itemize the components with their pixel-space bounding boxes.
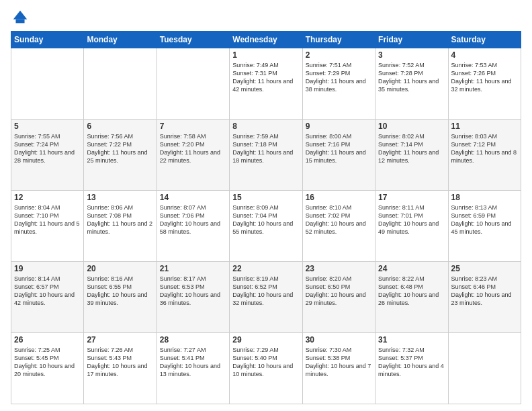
day-info: Sunrise: 7:32 AM Sunset: 5:37 PM Dayligh… bbox=[378, 346, 445, 379]
day-info: Sunrise: 8:00 AM Sunset: 7:16 PM Dayligh… bbox=[306, 132, 372, 165]
calendar-cell: 17Sunrise: 8:11 AM Sunset: 7:01 PM Dayli… bbox=[375, 191, 448, 262]
day-info: Sunrise: 8:23 AM Sunset: 6:46 PM Dayligh… bbox=[451, 275, 518, 308]
day-number: 1 bbox=[232, 50, 299, 60]
day-number: 23 bbox=[306, 264, 372, 273]
day-info: Sunrise: 8:02 AM Sunset: 7:14 PM Dayligh… bbox=[378, 132, 445, 165]
day-info: Sunrise: 7:58 AM Sunset: 7:20 PM Dayligh… bbox=[160, 132, 226, 165]
calendar-cell: 27Sunrise: 7:26 AM Sunset: 5:43 PM Dayli… bbox=[84, 333, 157, 404]
day-info: Sunrise: 8:17 AM Sunset: 6:53 PM Dayligh… bbox=[160, 275, 226, 308]
day-number: 30 bbox=[306, 335, 372, 345]
calendar-cell: 5Sunrise: 7:55 AM Sunset: 7:24 PM Daylig… bbox=[11, 120, 84, 191]
calendar-cell: 2Sunrise: 7:51 AM Sunset: 7:29 PM Daylig… bbox=[302, 48, 375, 120]
day-number: 3 bbox=[378, 50, 445, 60]
calendar-week-row: 19Sunrise: 8:14 AM Sunset: 6:57 PM Dayli… bbox=[11, 262, 521, 333]
day-info: Sunrise: 8:22 AM Sunset: 6:48 PM Dayligh… bbox=[378, 275, 445, 308]
svg-marker-0 bbox=[13, 11, 28, 19]
calendar-cell: 3Sunrise: 7:52 AM Sunset: 7:28 PM Daylig… bbox=[375, 48, 448, 120]
day-info: Sunrise: 8:16 AM Sunset: 6:55 PM Dayligh… bbox=[87, 275, 153, 308]
day-number: 31 bbox=[378, 335, 445, 345]
day-number: 25 bbox=[451, 264, 518, 273]
day-number: 19 bbox=[14, 264, 81, 273]
calendar-cell bbox=[157, 48, 229, 120]
day-number: 21 bbox=[160, 264, 226, 273]
day-info: Sunrise: 7:29 AM Sunset: 5:40 PM Dayligh… bbox=[232, 346, 299, 379]
day-info: Sunrise: 8:13 AM Sunset: 6:59 PM Dayligh… bbox=[451, 203, 518, 236]
day-info: Sunrise: 8:03 AM Sunset: 7:12 PM Dayligh… bbox=[451, 132, 518, 165]
calendar-cell: 18Sunrise: 8:13 AM Sunset: 6:59 PM Dayli… bbox=[448, 191, 521, 262]
day-number: 28 bbox=[160, 335, 226, 345]
day-number: 27 bbox=[87, 335, 153, 345]
calendar-cell: 14Sunrise: 8:07 AM Sunset: 7:06 PM Dayli… bbox=[157, 191, 229, 262]
day-number: 10 bbox=[378, 122, 445, 131]
day-info: Sunrise: 7:51 AM Sunset: 7:29 PM Dayligh… bbox=[306, 61, 372, 94]
day-number: 5 bbox=[14, 122, 81, 131]
logo bbox=[11, 8, 32, 27]
day-info: Sunrise: 7:49 AM Sunset: 7:31 PM Dayligh… bbox=[232, 61, 299, 94]
day-number: 13 bbox=[87, 193, 153, 202]
day-info: Sunrise: 7:56 AM Sunset: 7:22 PM Dayligh… bbox=[87, 132, 153, 165]
calendar-cell: 12Sunrise: 8:04 AM Sunset: 7:10 PM Dayli… bbox=[11, 191, 84, 262]
calendar-day-header: Thursday bbox=[302, 32, 375, 48]
calendar-cell: 23Sunrise: 8:20 AM Sunset: 6:50 PM Dayli… bbox=[302, 262, 375, 333]
calendar-cell: 21Sunrise: 8:17 AM Sunset: 6:53 PM Dayli… bbox=[157, 262, 229, 333]
day-number: 26 bbox=[14, 335, 81, 345]
calendar-cell: 19Sunrise: 8:14 AM Sunset: 6:57 PM Dayli… bbox=[11, 262, 84, 333]
day-number: 6 bbox=[87, 122, 153, 131]
calendar-day-header: Sunday bbox=[11, 32, 84, 48]
calendar-cell: 31Sunrise: 7:32 AM Sunset: 5:37 PM Dayli… bbox=[375, 333, 448, 404]
day-info: Sunrise: 8:14 AM Sunset: 6:57 PM Dayligh… bbox=[14, 275, 81, 308]
day-number: 4 bbox=[451, 50, 518, 60]
day-info: Sunrise: 8:20 AM Sunset: 6:50 PM Dayligh… bbox=[306, 275, 372, 308]
svg-rect-1 bbox=[15, 19, 24, 24]
day-number: 24 bbox=[378, 264, 445, 273]
calendar-cell: 11Sunrise: 8:03 AM Sunset: 7:12 PM Dayli… bbox=[448, 120, 521, 191]
calendar-cell: 6Sunrise: 7:56 AM Sunset: 7:22 PM Daylig… bbox=[84, 120, 157, 191]
calendar-cell: 20Sunrise: 8:16 AM Sunset: 6:55 PM Dayli… bbox=[84, 262, 157, 333]
header bbox=[11, 8, 521, 27]
calendar-cell bbox=[84, 48, 157, 120]
calendar-cell: 25Sunrise: 8:23 AM Sunset: 6:46 PM Dayli… bbox=[448, 262, 521, 333]
calendar-cell bbox=[448, 333, 521, 404]
day-number: 12 bbox=[14, 193, 81, 202]
calendar-cell: 16Sunrise: 8:10 AM Sunset: 7:02 PM Dayli… bbox=[302, 191, 375, 262]
calendar-week-row: 5Sunrise: 7:55 AM Sunset: 7:24 PM Daylig… bbox=[11, 120, 521, 191]
calendar-cell: 30Sunrise: 7:30 AM Sunset: 5:38 PM Dayli… bbox=[302, 333, 375, 404]
day-number: 29 bbox=[232, 335, 299, 345]
calendar-cell bbox=[11, 48, 84, 120]
calendar-week-row: 1Sunrise: 7:49 AM Sunset: 7:31 PM Daylig… bbox=[11, 48, 521, 120]
calendar-cell: 24Sunrise: 8:22 AM Sunset: 6:48 PM Dayli… bbox=[375, 262, 448, 333]
calendar-cell: 7Sunrise: 7:58 AM Sunset: 7:20 PM Daylig… bbox=[157, 120, 229, 191]
day-number: 20 bbox=[87, 264, 153, 273]
day-number: 17 bbox=[378, 193, 445, 202]
calendar-day-header: Friday bbox=[375, 32, 448, 48]
day-number: 15 bbox=[232, 193, 299, 202]
day-info: Sunrise: 7:55 AM Sunset: 7:24 PM Dayligh… bbox=[14, 132, 81, 165]
calendar-day-header: Wednesday bbox=[230, 32, 302, 48]
calendar-cell: 22Sunrise: 8:19 AM Sunset: 6:52 PM Dayli… bbox=[230, 262, 302, 333]
day-number: 16 bbox=[306, 193, 372, 202]
day-info: Sunrise: 7:26 AM Sunset: 5:43 PM Dayligh… bbox=[87, 346, 153, 379]
calendar-cell: 4Sunrise: 7:53 AM Sunset: 7:26 PM Daylig… bbox=[448, 48, 521, 120]
day-info: Sunrise: 8:07 AM Sunset: 7:06 PM Dayligh… bbox=[160, 203, 226, 236]
day-number: 22 bbox=[232, 264, 299, 273]
calendar-cell: 26Sunrise: 7:25 AM Sunset: 5:45 PM Dayli… bbox=[11, 333, 84, 404]
day-info: Sunrise: 8:09 AM Sunset: 7:04 PM Dayligh… bbox=[232, 203, 299, 236]
calendar-table: SundayMondayTuesdayWednesdayThursdayFrid… bbox=[11, 31, 521, 404]
day-number: 2 bbox=[306, 50, 372, 60]
calendar-cell: 1Sunrise: 7:49 AM Sunset: 7:31 PM Daylig… bbox=[230, 48, 302, 120]
day-info: Sunrise: 7:25 AM Sunset: 5:45 PM Dayligh… bbox=[14, 346, 81, 379]
calendar-day-header: Saturday bbox=[448, 32, 521, 48]
calendar-week-row: 26Sunrise: 7:25 AM Sunset: 5:45 PM Dayli… bbox=[11, 333, 521, 404]
calendar-cell: 15Sunrise: 8:09 AM Sunset: 7:04 PM Dayli… bbox=[230, 191, 302, 262]
day-info: Sunrise: 8:04 AM Sunset: 7:10 PM Dayligh… bbox=[14, 203, 81, 236]
calendar-day-header: Tuesday bbox=[157, 32, 229, 48]
day-info: Sunrise: 7:52 AM Sunset: 7:28 PM Dayligh… bbox=[378, 61, 445, 94]
calendar-cell: 28Sunrise: 7:27 AM Sunset: 5:41 PM Dayli… bbox=[157, 333, 229, 404]
day-info: Sunrise: 7:30 AM Sunset: 5:38 PM Dayligh… bbox=[306, 346, 372, 379]
day-number: 18 bbox=[451, 193, 518, 202]
day-info: Sunrise: 8:11 AM Sunset: 7:01 PM Dayligh… bbox=[378, 203, 445, 236]
calendar-header-row: SundayMondayTuesdayWednesdayThursdayFrid… bbox=[11, 32, 521, 48]
day-info: Sunrise: 7:59 AM Sunset: 7:18 PM Dayligh… bbox=[232, 132, 299, 165]
day-info: Sunrise: 8:19 AM Sunset: 6:52 PM Dayligh… bbox=[232, 275, 299, 308]
calendar-cell: 9Sunrise: 8:00 AM Sunset: 7:16 PM Daylig… bbox=[302, 120, 375, 191]
